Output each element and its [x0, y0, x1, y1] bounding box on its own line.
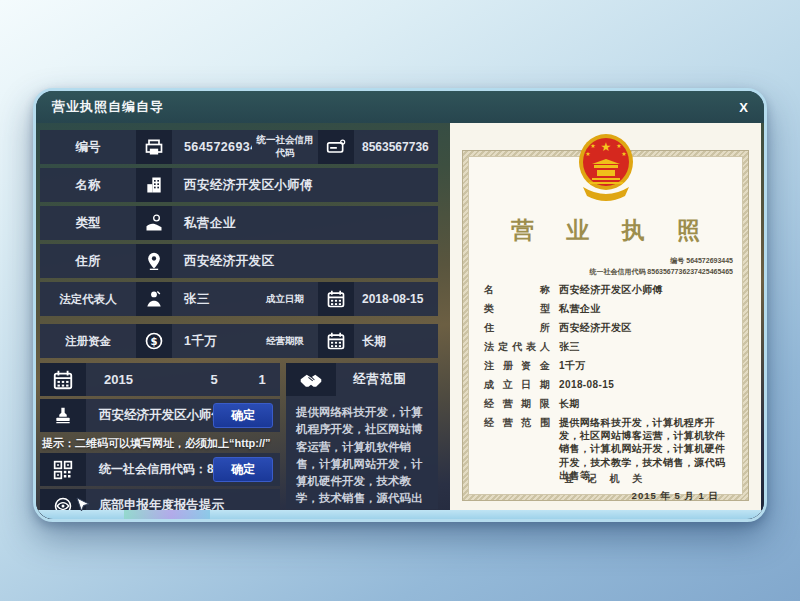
term-value[interactable]: 长期 [354, 333, 438, 350]
stamp-row: 西安经济开发区小师傅 确定 [40, 399, 280, 432]
founded-label: 成立日期 [252, 293, 318, 306]
license-editor-window: 营业执照自编自导 X 编号 5645726934 统一社会信用代码 856356… [33, 88, 767, 522]
license-title: 营 业 执 照 [450, 215, 761, 246]
row-capital: 注册资金 $ 1千万 经营期限 长期 [40, 324, 438, 358]
person-icon [136, 282, 172, 316]
serial-label: 编号 [40, 139, 136, 156]
license-field-address: 住 所 西安经济开发区 [484, 321, 735, 335]
dollar-coin-icon: $ [136, 324, 172, 358]
row-name: 名称 西安经济开发区小师傅 [40, 168, 438, 202]
address-value[interactable]: 西安经济开发区 [172, 253, 438, 270]
stamp-confirm-button[interactable]: 确定 [213, 403, 273, 428]
svg-text:★: ★ [585, 150, 590, 157]
qr-row: 统一社会信用代码：8563567 确定 [40, 453, 280, 486]
issue-date-row: 2015 5 1 [40, 363, 280, 396]
capital-label: 注册资金 [40, 334, 136, 349]
name-label: 名称 [40, 177, 136, 194]
type-value[interactable]: 私营企业 [172, 215, 438, 232]
license-field-type: 类 型 私营企业 [484, 302, 735, 316]
license-serial-line: 编号 564572693445 [589, 255, 733, 266]
scope-panel: 经营范围 提供网络科技开发，计算机程序开发，社区网站博客运营，计算机软件销售，计… [286, 363, 438, 509]
window-body: 编号 5645726934 统一社会信用代码 8563567736 名称 西安经… [36, 123, 764, 519]
qr-code-field[interactable]: 统一社会信用代码：8563567 [86, 461, 213, 478]
svg-text:★: ★ [590, 142, 595, 149]
calendar-icon [318, 324, 354, 358]
name-value[interactable]: 西安经济开发区小师傅 [172, 177, 438, 194]
capital-value[interactable]: 1千万 [172, 333, 252, 350]
scope-text-field[interactable]: 提供网络科技开发，计算机程序开发，社区网站博客运营，计算机软件销售，计算机网站开… [286, 396, 438, 509]
credit-code-label: 统一社会信用代码 [252, 134, 318, 160]
card-pen-icon [318, 130, 354, 164]
row-type: 类型 私营企业 [40, 206, 438, 240]
row-legal: 法定代表人 张三 成立日期 2018-08-15 [40, 282, 438, 316]
row-serial: 编号 5645726934 统一社会信用代码 8563567736 [40, 130, 438, 164]
stamp-icon [40, 399, 86, 432]
serial-value[interactable]: 5645726934 [172, 140, 252, 154]
mouse-cursor [76, 497, 90, 519]
svg-text:★: ★ [616, 142, 621, 149]
calendar-icon [318, 282, 354, 316]
issue-month-field[interactable]: 5 [184, 372, 244, 387]
license-code-line: 统一社会信用代码 8563567736237425465465 [589, 266, 733, 277]
license-issue-date: 2015 年 5 月 1 日 [632, 490, 719, 503]
form-rows: 编号 5645726934 统一社会信用代码 8563567736 名称 西安经… [40, 130, 438, 358]
license-field-founded: 成 立 日 期 2018-08-15 [484, 378, 735, 392]
qr-code-icon [40, 453, 86, 486]
license-field-capital: 注 册 资 金 1千万 [484, 359, 735, 373]
hand-coin-icon [136, 206, 172, 240]
location-pin-icon [136, 244, 172, 278]
credit-code-value[interactable]: 8563567736 [354, 140, 438, 154]
window-title: 营业执照自编自导 [52, 98, 164, 116]
svg-text:★: ★ [621, 150, 626, 157]
printer-icon [136, 130, 172, 164]
founded-value[interactable]: 2018-08-15 [354, 292, 438, 306]
license-field-term: 经 营 期 限 长期 [484, 397, 735, 411]
issue-day-field[interactable]: 1 [244, 372, 280, 387]
national-emblem-icon: ★ ★ ★ ★ ★ [575, 131, 637, 211]
building-icon [136, 168, 172, 202]
qr-confirm-button[interactable]: 确定 [213, 457, 273, 482]
license-fields: 名 称 西安经济开发区小师傅 类 型 私营企业 住 所 西安经济开发区 法定代表… [484, 283, 735, 487]
scope-header: 经营范围 [286, 363, 438, 396]
license-field-legal: 法定代表人 张三 [484, 340, 735, 354]
license-preview: ★ ★ ★ ★ ★ 营 业 执 照 编号 564572693445 统一社会信用… [450, 123, 761, 513]
legal-value[interactable]: 张三 [172, 291, 252, 308]
type-label: 类型 [40, 215, 136, 232]
stamp-text-field[interactable]: 西安经济开发区小师傅 [86, 407, 213, 424]
legal-label: 法定代表人 [40, 292, 136, 307]
handshake-icon [286, 363, 336, 396]
license-serials: 编号 564572693445 统一社会信用代码 856356773623742… [589, 255, 733, 277]
title-bar: 营业执照自编自导 X [36, 91, 764, 123]
term-label: 经营期限 [252, 335, 318, 348]
scope-title: 经营范围 [336, 371, 438, 388]
calendar-icon [40, 363, 86, 396]
svg-text:$: $ [151, 336, 158, 347]
license-field-name: 名 称 西安经济开发区小师傅 [484, 283, 735, 297]
rim-color-strip [124, 510, 210, 519]
license-registrar: 登 记 机 关 [450, 472, 761, 486]
close-button[interactable]: X [739, 100, 748, 115]
svg-text:★: ★ [600, 140, 611, 154]
row-address: 住所 西安经济开发区 [40, 244, 438, 278]
qr-hint-text: 提示：二维码可以填写网址，必须加上“http://” [42, 436, 280, 451]
address-label: 住所 [40, 253, 136, 270]
issue-year-field[interactable]: 2015 [86, 372, 184, 387]
